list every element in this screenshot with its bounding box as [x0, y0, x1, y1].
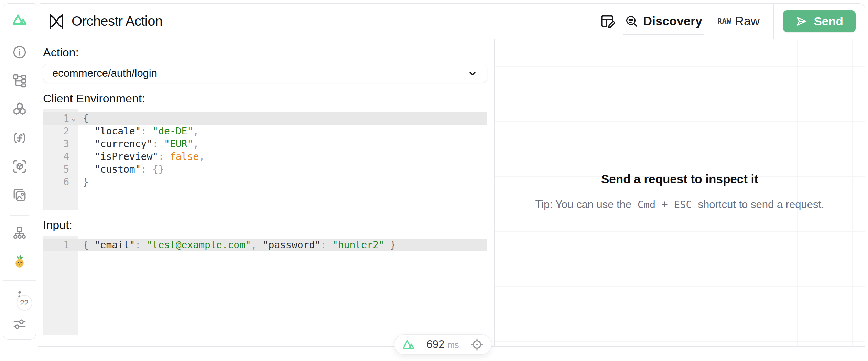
hidden-items-count-badge: 22 — [17, 295, 32, 311]
images-icon — [12, 187, 27, 203]
chevron-down-icon — [467, 68, 478, 79]
sidebar-item-workflow[interactable] — [12, 73, 28, 89]
code-line[interactable]: 5 "custom": {} — [43, 163, 487, 176]
cube-scan-icon — [12, 159, 27, 174]
empty-state-tip: Tip: You can use the Cmd + ESC shortcut … — [495, 198, 865, 211]
hexagons-icon — [12, 102, 27, 117]
app-logo[interactable] — [3, 4, 36, 35]
line-number-gutter[interactable]: 4 — [43, 150, 78, 163]
input-editor[interactable]: 1{ "email": "test@example.com", "passwor… — [43, 236, 487, 335]
sidebar-section-separator — [3, 280, 36, 281]
sidebar-item-modules[interactable] — [12, 101, 28, 117]
active-tab-indicator — [623, 34, 704, 35]
edit-table-button[interactable] — [599, 13, 615, 29]
request-duration: 692ms — [427, 338, 459, 351]
search-list-icon — [625, 14, 639, 28]
raw-glyph-icon: RAW — [717, 17, 731, 25]
pill-separator — [421, 340, 421, 349]
empty-state-heading: Send a request to inspect it — [495, 172, 865, 186]
app-header: Orchestr Action Discovery RAW — [38, 4, 865, 39]
kbd-cmd: Cmd — [638, 199, 655, 210]
mountain-logo-icon — [12, 12, 28, 28]
send-button-area: Send — [774, 10, 865, 32]
code-line[interactable]: 6} — [43, 176, 487, 188]
code-line[interactable]: 2 "locale": "de-DE", — [43, 125, 487, 138]
functions-icon — [12, 130, 27, 145]
line-number-gutter[interactable]: 2 — [43, 125, 78, 138]
client-environment-editor[interactable]: 1⌄{2 "locale": "de-DE",3 "currency": "EU… — [43, 109, 487, 210]
line-number-gutter[interactable]: 5 — [43, 163, 78, 176]
sidebar-divider — [10, 215, 29, 216]
duration-unit: ms — [447, 340, 459, 350]
send-button-label: Send — [814, 14, 843, 28]
tab-discovery[interactable]: Discovery — [625, 4, 702, 39]
pineapple-icon — [12, 254, 27, 269]
tip-suffix: shortcut to send a request. — [698, 198, 824, 210]
sidebar-item-functions[interactable] — [12, 130, 28, 146]
tip-plus: + — [662, 198, 668, 210]
header-actions: Discovery RAW Raw Send — [599, 4, 865, 39]
code-line[interactable]: 1{ "email": "test@example.com", "passwor… — [43, 239, 487, 251]
paper-plane-icon — [795, 15, 808, 28]
code-line[interactable]: 1⌄{ — [43, 112, 487, 125]
code-line[interactable]: 3 "currency": "EUR", — [43, 138, 487, 150]
workflow-tree-icon — [12, 73, 27, 88]
client-environment-label: Client Environment: — [43, 91, 487, 106]
empty-state: Send a request to inspect it Tip: You ca… — [495, 172, 865, 211]
tab-discovery-label: Discovery — [643, 14, 702, 29]
line-number-gutter[interactable]: 6 — [43, 176, 78, 188]
mountain-logo-icon[interactable] — [402, 338, 415, 351]
info-icon — [12, 45, 27, 60]
kbd-esc: ESC — [674, 199, 692, 210]
response-pane: Send a request to inspect it Tip: You ca… — [494, 39, 865, 346]
devtools-status-pill[interactable]: 692ms — [394, 334, 491, 355]
sitemap-icon — [12, 226, 27, 241]
sidebar-item-pineapple[interactable] — [12, 253, 28, 269]
send-button[interactable]: Send — [783, 10, 856, 32]
line-number-gutter[interactable]: 3 — [43, 138, 78, 150]
sliders-icon — [12, 317, 27, 332]
line-number-gutter[interactable]: 1⌄ — [43, 112, 78, 125]
tab-raw[interactable]: RAW Raw — [717, 4, 760, 39]
sidebar-more-options[interactable]: 22 — [12, 289, 28, 305]
sidebar-item-images[interactable] — [12, 187, 28, 203]
request-form-pane: Action: ecommerce/auth/login Client Envi… — [38, 39, 494, 346]
action-select-value: ecommerce/auth/login — [52, 67, 467, 79]
brand: Orchestr Action — [48, 13, 162, 30]
sidebar-item-scan[interactable] — [12, 158, 28, 174]
sidebar: 22 — [3, 3, 36, 340]
input-label: Input: — [43, 218, 487, 232]
main-panel: Orchestr Action Discovery RAW — [38, 3, 865, 347]
crosshair-icon — [470, 338, 484, 351]
line-number-gutter[interactable]: 1 — [43, 239, 78, 251]
fold-chevron-icon[interactable]: ⌄ — [69, 112, 78, 125]
tip-prefix: Tip: You can use the — [535, 198, 631, 210]
orchestr-action-icon — [48, 13, 65, 30]
action-select[interactable]: ecommerce/auth/login — [43, 64, 487, 83]
sidebar-item-sitemap[interactable] — [12, 225, 28, 241]
code-lines[interactable]: 1{ "email": "test@example.com", "passwor… — [43, 236, 487, 251]
action-label: Action: — [43, 45, 487, 59]
tab-raw-label: Raw — [735, 14, 760, 29]
code-line[interactable]: 4 "isPreview": false, — [43, 150, 487, 163]
sidebar-item-info[interactable] — [12, 44, 28, 60]
sidebar-item-settings[interactable] — [12, 316, 28, 332]
code-lines[interactable]: 1⌄{2 "locale": "de-DE",3 "currency": "EU… — [43, 109, 487, 188]
content-row: Action: ecommerce/auth/login Client Envi… — [38, 39, 865, 346]
table-edit-icon — [599, 13, 615, 29]
locate-target-button[interactable] — [470, 338, 484, 351]
page-title: Orchestr Action — [72, 13, 162, 29]
pill-separator — [465, 340, 465, 349]
